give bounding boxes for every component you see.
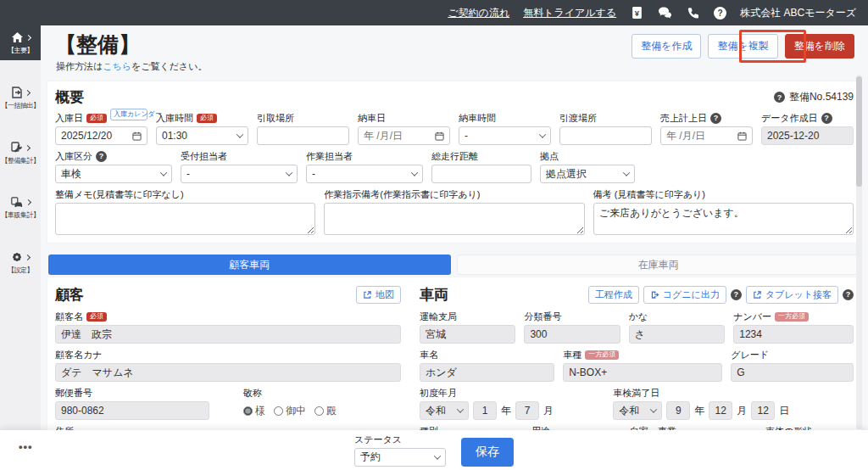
field-label: 車検満了日: [613, 387, 659, 400]
sidebar-item-batch-extract[interactable]: 【一括抽出】: [0, 81, 41, 115]
calendar-icon: [132, 131, 142, 141]
plate-kana-input[interactable]: [629, 325, 725, 344]
honorific-option-dono[interactable]: 殿: [314, 404, 337, 418]
cogni-export-button[interactable]: コグニに出力: [643, 286, 726, 304]
maintenance-memo-field: 整備メモ(見積書等に印字なし): [55, 188, 315, 235]
help-icon[interactable]: [843, 289, 854, 300]
data-created-field: データ作成日: [761, 112, 854, 145]
unit-label: 日: [779, 404, 789, 418]
process-create-button[interactable]: 工程作成: [588, 286, 639, 304]
first-reg-year-input[interactable]: [473, 401, 497, 420]
inspection-year-input[interactable]: [666, 401, 690, 420]
radio-button[interactable]: [314, 406, 324, 416]
base-select[interactable]: 拠点選択: [540, 165, 635, 183]
handover-place-input[interactable]: [559, 126, 652, 145]
tab-stock-vehicle[interactable]: 在庫車両: [457, 255, 861, 275]
delete-maintenance-button[interactable]: 整備を削除: [785, 34, 854, 59]
arrival-type-select[interactable]: 車検: [55, 165, 172, 183]
sidebar-item-sales-report[interactable]: 【車販集計】: [0, 191, 41, 225]
class-no-input[interactable]: [524, 325, 620, 344]
transport-office-input[interactable]: [420, 325, 515, 344]
mileage-input[interactable]: [431, 165, 531, 183]
inspection-month-input[interactable]: [709, 401, 732, 420]
help-icon[interactable]: [821, 113, 832, 124]
honorific-option-sama[interactable]: 様: [243, 404, 265, 418]
usage-help-text: 操作方法はこちらをご覧ください。: [47, 60, 861, 73]
sidebar-item-settings[interactable]: 【設定】: [0, 245, 41, 280]
help-icon[interactable]: [731, 289, 742, 300]
customer-name-input[interactable]: [55, 325, 401, 344]
arrival-time-select[interactable]: 01:30: [156, 126, 248, 145]
vertical-scrollbar[interactable]: [856, 75, 862, 429]
field-label: 運輸支局: [420, 311, 457, 323]
transport-office-field: 運輸支局: [420, 311, 515, 344]
chevron-down-icon: [457, 406, 464, 412]
field-label: 顧客名: [55, 311, 83, 323]
overview-heading: 概要: [55, 87, 84, 107]
honorific-option-onchu[interactable]: 御中: [274, 404, 306, 418]
reception-staff-select[interactable]: -: [181, 165, 298, 183]
work-staff-select[interactable]: -: [306, 165, 423, 183]
inspection-expiry-field: 車検満了日 令和 年 月 日: [613, 387, 854, 420]
plate-number-input[interactable]: [733, 325, 854, 344]
customer-kana-input[interactable]: [55, 363, 401, 382]
sidebar-item-main[interactable]: 【主要】: [0, 25, 41, 60]
help-icon[interactable]: ?: [714, 7, 726, 20]
sales-date-input[interactable]: 年 /月/日: [660, 126, 753, 145]
more-menu-button[interactable]: •••: [19, 440, 33, 453]
sales-date-field: 売上計上日 年 /月/日: [660, 112, 753, 145]
here-link[interactable]: こちら: [103, 61, 131, 71]
maintenance-memo-textarea[interactable]: [55, 203, 315, 235]
base-field: 拠点 拠点選択: [540, 150, 635, 183]
phone-icon[interactable]: [686, 6, 700, 20]
pickup-place-input[interactable]: [257, 126, 349, 145]
map-button[interactable]: 地図: [356, 286, 401, 304]
car-name-input[interactable]: [420, 363, 554, 382]
free-trial-link[interactable]: 無料トライアルする: [523, 6, 616, 20]
help-icon[interactable]: [710, 113, 721, 124]
external-link-icon: [753, 290, 762, 299]
scrollbar-thumb[interactable]: [856, 76, 862, 187]
contract-flow-link[interactable]: ご契約の流れ: [448, 6, 509, 20]
sidebar-item-label: 【整備集計】: [2, 156, 40, 165]
unit-label: 月: [543, 404, 554, 418]
delivery-time-select[interactable]: -: [459, 126, 551, 145]
first-registration-field: 初度年月 令和 年 月: [420, 387, 604, 420]
arrival-date-input[interactable]: 2025/12/20: [55, 126, 147, 145]
inspection-day-input[interactable]: [751, 401, 775, 420]
chevron-down-icon: [236, 131, 243, 137]
car-model-input[interactable]: [563, 363, 722, 382]
first-reg-month-input[interactable]: [515, 401, 539, 420]
status-select[interactable]: 予約: [354, 448, 446, 467]
tab-customer-vehicle[interactable]: 顧客車両: [48, 255, 451, 275]
work-note-textarea[interactable]: [324, 203, 584, 235]
create-maintenance-button[interactable]: 整備を作成: [632, 34, 701, 59]
save-button[interactable]: 保存: [461, 438, 514, 467]
radio-button[interactable]: [274, 406, 283, 416]
tablet-service-button[interactable]: タブレット接客: [746, 286, 838, 304]
svg-text:¥: ¥: [635, 8, 640, 18]
arrival-calendar-button[interactable]: 入庫カレンダー: [110, 109, 147, 120]
help-icon[interactable]: [96, 151, 107, 162]
work-note-field: 作業指示備考(作業指示書に印字あり): [324, 188, 584, 235]
handover-place-field: 引渡場所: [559, 112, 652, 145]
car-name-field: 車名: [420, 349, 554, 382]
field-label: 郵便番号: [55, 387, 92, 400]
invoice-icon[interactable]: ¥: [630, 6, 644, 20]
chat-icon[interactable]: [658, 6, 672, 20]
duplicate-maintenance-button[interactable]: 整備を複製: [708, 34, 777, 59]
field-label: データ作成日: [761, 112, 818, 125]
sidebar-item-maintenance-report[interactable]: 【整備集計】: [0, 136, 41, 171]
chevron-down-icon: [434, 452, 441, 459]
grade-input[interactable]: [731, 363, 854, 382]
inspection-era-select[interactable]: 令和: [613, 401, 662, 420]
help-icon[interactable]: [774, 92, 785, 103]
vehicle-heading: 車両: [420, 285, 448, 305]
delivery-date-input[interactable]: 年 /月/日: [358, 126, 450, 145]
field-label: 売上計上日: [660, 112, 707, 125]
radio-button[interactable]: [243, 406, 253, 416]
either-required-badge: 一方必須: [775, 312, 809, 322]
zip-input[interactable]: [55, 401, 209, 420]
remarks-textarea[interactable]: ご来店ありがとうございます。: [593, 203, 854, 235]
first-reg-era-select[interactable]: 令和: [420, 401, 469, 420]
